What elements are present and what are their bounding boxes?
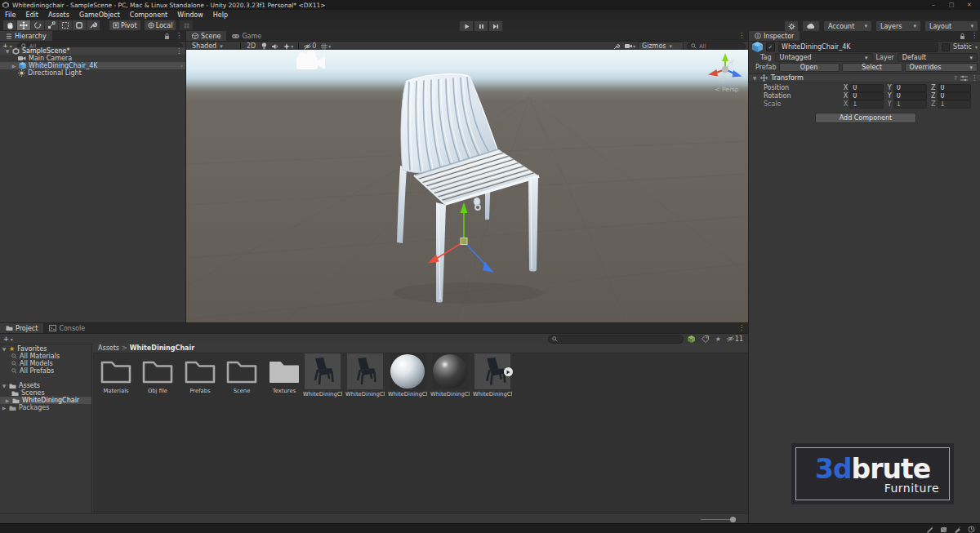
position-z-field[interactable]: 0 [938,84,971,92]
fav-all-models[interactable]: All Models [0,360,91,367]
hidden-packages-toggle[interactable]: 11 [725,335,745,343]
hierarchy-item-main-camera[interactable]: Main Camera [0,55,185,62]
status-brush-icon[interactable] [951,526,964,533]
local-toggle[interactable]: Local [144,20,177,31]
asset-file-material-light[interactable]: WhiteDiningChai... [388,353,427,398]
menu-gameobject[interactable]: GameObject [74,10,125,20]
prefab-overrides-dropdown[interactable]: Overrides [905,63,978,72]
favorites-row[interactable]: ▼ ★ Favorites [0,345,91,353]
hierarchy-item-directional-light[interactable]: Directional Light [0,69,185,77]
scene-row-menu-icon[interactable]: ⋮ [176,48,182,55]
rotation-z-field[interactable]: 0 [938,92,971,100]
expand-model-arrow[interactable] [504,367,513,376]
prefab-select-button[interactable]: Select [842,63,902,72]
status-package-icon[interactable] [937,526,951,533]
layout-dropdown[interactable]: Layout [924,20,978,32]
breadcrumb-root[interactable]: Assets [98,344,119,352]
asset-folder-scene[interactable]: Scene [222,353,261,394]
rect-tool-button[interactable] [59,20,73,31]
scene-visibility-toggle[interactable]: 0 [301,42,318,50]
presets-icon[interactable] [960,75,968,82]
save-search-star-icon[interactable]: ★ [713,335,724,343]
hierarchy-item-chair[interactable]: ▶ WhiteDiningChair_4K › [0,62,185,69]
tag-dropdown[interactable]: Untagged [775,53,873,62]
project-search-input[interactable] [548,335,684,344]
prefab-open-button[interactable]: Open [779,63,840,72]
rotate-tool-button[interactable] [31,20,45,31]
asset-file-model-2[interactable]: WhiteDiningChai... [345,353,385,398]
hierarchy-menu-icon[interactable]: ⋮ [172,33,185,39]
fav-all-materials[interactable]: All Materials [0,353,91,360]
audio-toggle[interactable] [270,43,281,50]
tab-scene[interactable]: Scene [186,31,226,41]
pivot-toggle[interactable]: Pivot [109,20,141,31]
menu-help[interactable]: Help [208,10,233,20]
project-create-button[interactable]: + [3,335,9,343]
asset-file-material-dark[interactable]: WhiteDiningChai... [430,353,470,398]
help-icon[interactable]: ? [954,75,957,82]
menu-edit[interactable]: Edit [20,10,43,20]
active-checkbox[interactable]: ✓ [766,42,775,51]
grid-snap-button[interactable] [179,20,194,31]
position-x-field[interactable]: 0 [849,84,883,92]
menu-assets[interactable]: Assets [43,10,74,20]
asset-folder-materials[interactable]: Materials [96,353,136,394]
step-button[interactable] [489,20,503,32]
custom-tool-button[interactable] [87,20,100,31]
pause-button[interactable] [474,20,488,32]
gameobject-name-field[interactable]: WhiteDiningChair_4K [778,42,938,52]
search-by-label-button[interactable] [699,335,711,343]
transform-header[interactable]: ▼ Transform ? ⋮ [749,73,980,82]
hierarchy-lock-icon[interactable] [162,31,172,41]
asset-folder-prefabs[interactable]: Prefabs [180,353,220,394]
status-pen-icon[interactable] [923,526,937,533]
tree-item-caret-icon[interactable]: ▶ [5,398,10,403]
scale-z-field[interactable]: 1 [938,100,971,109]
assets-caret-icon[interactable]: ▼ [2,383,7,389]
static-checkbox[interactable] [942,43,950,51]
transform-foldout-icon[interactable]: ▼ [752,75,757,81]
tree-item-whitediningchair[interactable]: ▶ WhiteDiningChair [0,397,91,404]
chair-caret-icon[interactable]: ▶ [11,63,16,69]
scene-search-input[interactable]: All [687,42,746,51]
move-tool-button[interactable] [17,20,31,31]
hand-tool-button[interactable] [2,20,17,31]
prefab-open-arrow-icon[interactable]: › [180,63,183,69]
services-button[interactable] [784,20,799,32]
status-progress-icon[interactable] [964,526,978,533]
scale-y-field[interactable]: 1 [893,100,927,109]
menu-file[interactable]: File [0,10,20,20]
project-menu-icon[interactable]: ⋮ [735,325,748,331]
asset-file-model-1[interactable]: WhiteDiningChai... [303,353,342,398]
add-component-button[interactable]: Add Component [815,113,916,123]
maximize-button[interactable]: □ [942,2,960,8]
scene-root-row[interactable]: ▼ SampleScene* ⋮ [0,47,185,55]
asset-folder-textures[interactable]: Textures [265,353,304,394]
scene-menu-icon[interactable]: ⋮ [735,33,748,39]
minimize-button[interactable]: – [924,2,942,9]
inspector-lock-icon[interactable] [957,31,968,41]
play-button[interactable] [459,20,474,32]
perspective-label[interactable]: < Persp [704,86,748,93]
2d-toggle[interactable]: 2D [243,42,259,50]
lighting-toggle[interactable] [259,42,270,50]
close-button[interactable]: ✕ [960,2,978,8]
position-y-field[interactable]: 0 [893,84,927,92]
thumbnail-size-slider-knob[interactable] [730,517,736,522]
tree-item-scenes[interactable]: Scenes [0,389,91,397]
transform-menu-icon[interactable]: ⋮ [971,75,978,82]
tab-game[interactable]: Game [226,31,267,41]
breadcrumb-current[interactable]: WhiteDiningChair [130,344,194,352]
tree-item-packages[interactable]: ▶ Packages [0,404,91,411]
scene-caret-icon[interactable]: ▼ [5,48,10,54]
asset-folder-objfile[interactable]: Obj file [138,353,177,394]
scale-tool-button[interactable] [45,20,59,31]
menu-component[interactable]: Component [125,10,172,20]
tab-console[interactable]: Console [43,323,91,333]
scale-x-field[interactable]: 1 [849,100,883,109]
tab-project[interactable]: Project [0,323,43,333]
static-caret-icon[interactable]: ▾ [975,44,978,50]
fav-all-prefabs[interactable]: All Prefabs [0,367,91,375]
scene-camera-dropdown[interactable]: ▾ [622,43,638,49]
layers-dropdown[interactable]: Layers [875,20,921,32]
